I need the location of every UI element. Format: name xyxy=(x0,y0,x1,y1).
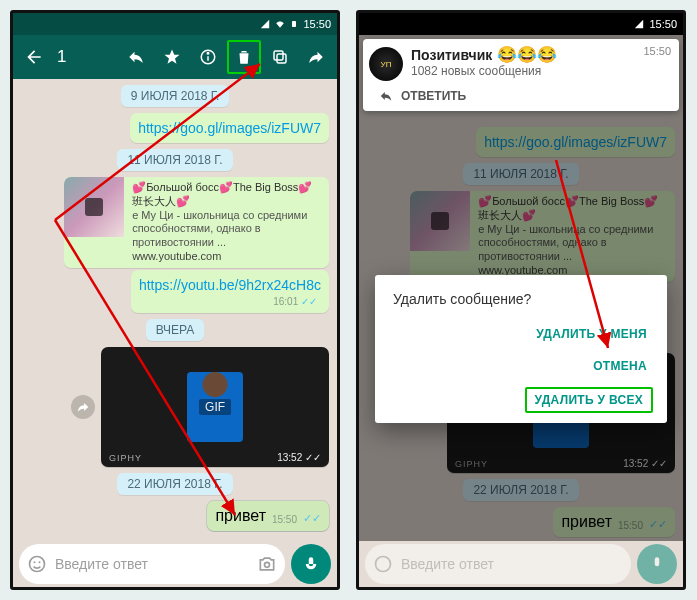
svg-rect-0 xyxy=(292,21,296,27)
selection-toolbar: 1 xyxy=(13,35,337,79)
youtube-thumb xyxy=(64,177,124,237)
status-time: 15:50 xyxy=(303,18,331,30)
gif-message[interactable]: GIF GIPHY 13:52 ✓✓ xyxy=(101,347,329,467)
date-pill: 9 ИЮЛЯ 2018 Г. xyxy=(121,85,230,107)
svg-point-9 xyxy=(265,562,270,567)
message-input: Введите ответ xyxy=(365,544,631,584)
delete-for-me-button[interactable]: УДАЛИТЬ У МЕНЯ xyxy=(530,323,653,345)
phone-right: 15:50 https://goo.gl/images/izFUW7 11 ИЮ… xyxy=(356,10,686,590)
delete-for-all-button[interactable]: УДАЛИТЬ У ВСЕХ xyxy=(525,387,653,413)
message-text: привет xyxy=(215,507,266,525)
message-time: 15:50 xyxy=(272,514,297,525)
read-ticks-icon: ✓✓ xyxy=(303,512,321,525)
reply-button[interactable] xyxy=(119,40,153,74)
youtube-domain: www.youtube.com xyxy=(132,250,323,264)
notification-title: Позитивчик xyxy=(411,47,492,63)
date-pill: 11 ИЮЛЯ 2018 Г. xyxy=(117,149,232,171)
youtube-preview[interactable]: 💕Большой босс💕The Big Boss💕班长大人💕 е Му Ци… xyxy=(64,177,329,268)
notification-subtitle: 1082 новых сообщения xyxy=(411,64,635,78)
wifi-icon xyxy=(275,19,285,29)
svg-point-3 xyxy=(207,53,209,55)
status-time: 15:50 xyxy=(649,18,677,30)
message-link1[interactable]: https://goo.gl/images/izFUW7 xyxy=(130,113,329,143)
emoji-icon xyxy=(373,554,393,574)
notification-reply-label: ОТВЕТИТЬ xyxy=(401,89,466,103)
signal-icon xyxy=(260,19,270,29)
input-bar: Введите ответ xyxy=(13,541,337,587)
date-pill: 22 ИЮЛЯ 2018 Г. xyxy=(117,473,232,495)
svg-rect-4 xyxy=(277,54,286,63)
youtube-title: 💕Большой босс💕The Big Boss💕班长大人💕 xyxy=(132,181,323,209)
back-button[interactable] xyxy=(17,40,51,74)
message-link2[interactable]: https://youtu.be/9h2rx24cH8c 16:01 ✓✓ xyxy=(131,270,329,313)
youtube-desc: е Му Ци - школьница со средними способно… xyxy=(132,209,323,250)
notification-card[interactable]: УП Позитивчик 😂😂😂 1082 новых сообщения 1… xyxy=(363,39,679,111)
svg-rect-5 xyxy=(274,51,283,60)
message-time: 16:01 ✓✓ xyxy=(139,294,321,307)
star-button[interactable] xyxy=(155,40,189,74)
signal-icon xyxy=(634,19,644,29)
forward-button[interactable] xyxy=(299,40,333,74)
mic-button xyxy=(637,544,677,584)
notification-time: 15:50 xyxy=(643,45,671,57)
delete-dialog: Удалить сообщение? УДАЛИТЬ У МЕНЯ ОТМЕНА… xyxy=(375,275,667,423)
chat-area[interactable]: 9 ИЮЛЯ 2018 Г. https://goo.gl/images/izF… xyxy=(13,79,337,541)
date-pill: ВЧЕРА xyxy=(146,319,205,341)
status-bar: 15:50 xyxy=(359,13,683,35)
svg-point-10 xyxy=(376,557,391,572)
selection-count: 1 xyxy=(57,47,66,67)
chat-area-dimmed: https://goo.gl/images/izFUW7 11 ИЮЛЯ 201… xyxy=(359,35,683,541)
svg-point-8 xyxy=(39,561,41,563)
svg-point-7 xyxy=(34,561,36,563)
input-bar: Введите ответ xyxy=(359,541,683,587)
cancel-button[interactable]: ОТМЕНА xyxy=(587,355,653,377)
dialog-title: Удалить сообщение? xyxy=(393,291,653,307)
delete-button[interactable] xyxy=(227,40,261,74)
message-time: 13:52 ✓✓ xyxy=(277,452,321,463)
link-text[interactable]: https://goo.gl/images/izFUW7 xyxy=(138,120,321,136)
forward-bubble-icon[interactable] xyxy=(71,395,95,419)
notification-reply-button[interactable]: ОТВЕТИТЬ xyxy=(369,81,671,107)
giphy-attribution: GIPHY xyxy=(109,453,142,463)
info-button[interactable] xyxy=(191,40,225,74)
camera-icon[interactable] xyxy=(257,554,277,574)
emoji-icon[interactable] xyxy=(27,554,47,574)
svg-point-6 xyxy=(30,557,45,572)
message-input[interactable]: Введите ответ xyxy=(19,544,285,584)
notification-avatar: УП xyxy=(369,47,403,81)
input-placeholder: Введите ответ xyxy=(55,556,148,572)
youtube-meta: 💕Большой босс💕The Big Boss💕班长大人💕 е Му Ци… xyxy=(132,177,329,268)
message-hello-selected[interactable]: привет 15:50 ✓✓ xyxy=(207,501,329,531)
battery-icon xyxy=(290,18,298,30)
link-text[interactable]: https://youtu.be/9h2rx24cH8c xyxy=(139,277,321,293)
notification-emoji: 😂😂😂 xyxy=(497,46,557,63)
status-bar: 15:50 xyxy=(13,13,337,35)
copy-button[interactable] xyxy=(263,40,297,74)
phone-left: 15:50 1 9 ИЮЛЯ 2018 Г. https://goo.gl/im… xyxy=(10,10,340,590)
mic-button[interactable] xyxy=(291,544,331,584)
gif-badge: GIF xyxy=(199,399,231,415)
